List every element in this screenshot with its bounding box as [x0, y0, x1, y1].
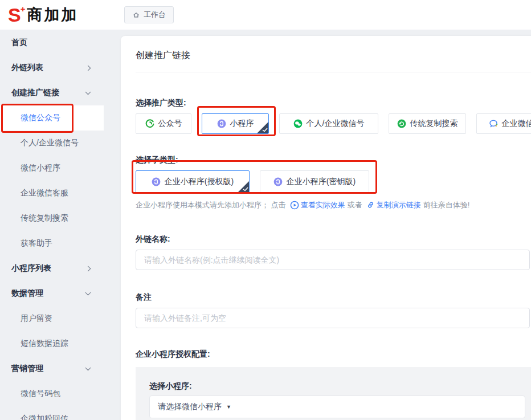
- promo-option-wecom-service[interactable]: 企业微信客服: [476, 113, 531, 134]
- promo-option-official-account[interactable]: 公众号: [136, 113, 191, 134]
- sidebar-item-label: 微信公众号: [21, 113, 60, 123]
- logo-plus-icon: +: [21, 5, 26, 13]
- link-name-label: 外链名称:: [136, 234, 531, 244]
- hint-text: 企业小程序使用本模式请先添加小程序； 点击: [136, 200, 286, 210]
- wecom-icon: [489, 119, 498, 128]
- sidebar-item-label: 微信小程序: [21, 163, 60, 173]
- topbar: S + 商加加 工作台: [0, 0, 531, 30]
- sidebar-item-personal-wechat[interactable]: 个人/企业微信号: [0, 131, 104, 156]
- view-demo-label: 查看实际效果: [301, 200, 345, 210]
- view-demo-link[interactable]: 查看实际效果: [290, 200, 345, 210]
- page-title: 创建推广链接: [136, 36, 531, 72]
- promo-option-label: 个人/企业微信号: [307, 119, 365, 129]
- miniprogram-icon: [217, 119, 226, 128]
- promo-type-options: 公众号 小程序: [136, 113, 531, 134]
- play-circle-icon: [290, 201, 299, 210]
- promo-option-label: 小程序: [230, 119, 254, 129]
- sidebar-item-label: 传统复制搜索: [21, 213, 68, 223]
- sidebar-item-label: 获客助手: [21, 238, 52, 248]
- sidebar-item-label: 创建推广链接: [11, 88, 59, 98]
- create-link-card: 创建推广链接 选择推广类型: 公众号: [121, 36, 531, 420]
- page: S + 商加加 工作台 首页 外链列表 创建推广链接 微: [0, 0, 531, 420]
- sidebar-item-label: 小程序列表: [11, 263, 51, 274]
- brand-name: 商加加: [27, 5, 78, 25]
- sidebar-item-label: 营销管理: [11, 364, 43, 374]
- wechat-green-icon: [293, 119, 303, 128]
- sidebar-item-customer-helper[interactable]: 获客助手: [0, 231, 104, 256]
- sidebar-item-sms-tracking[interactable]: 短信数据追踪: [0, 331, 104, 356]
- wechat-official-icon: [145, 119, 154, 128]
- copy-demo-label: 复制演示链接: [377, 200, 421, 210]
- subtype-option-label: 企业小程序(授权版): [165, 177, 234, 187]
- promo-option-personal-wechat[interactable]: 个人/企业微信号: [279, 113, 378, 134]
- chevron-down-icon: [85, 289, 91, 295]
- sub-type-label: 选择子类型:: [136, 154, 531, 165]
- tab-workbench-label: 工作台: [144, 10, 166, 20]
- sidebar-item-label: 企微加粉回传: [21, 414, 68, 420]
- main-content: 创建推广链接 选择推广类型: 公众号: [104, 30, 531, 420]
- sidebar-item-marketing[interactable]: 营销管理: [0, 356, 104, 381]
- sidebar-item-wechat-official[interactable]: 微信公众号: [0, 105, 104, 131]
- copy-search-icon: [397, 119, 406, 128]
- sidebar-item-miniprogram[interactable]: 微信小程序: [0, 156, 104, 181]
- promo-option-miniprogram[interactable]: 小程序: [202, 113, 269, 134]
- sidebar-item-user-leads[interactable]: 用户留资: [0, 306, 104, 331]
- sidebar-item-label: 数据管理: [11, 288, 43, 299]
- promo-option-label: 传统复制搜索: [410, 119, 458, 129]
- select-miniprogram-label: 选择小程序:: [149, 381, 531, 391]
- subtype-hint: 企业小程序使用本模式请先添加小程序； 点击 查看实际效果 或者: [136, 200, 531, 210]
- sidebar-item-label: 个人/企业微信号: [21, 138, 79, 148]
- sidebar: 首页 外链列表 创建推广链接 微信公众号 个人/企业微信号 微信小程序 企业微信…: [0, 30, 104, 420]
- chevron-right-icon: [85, 65, 91, 71]
- miniprogram-select-value: 请选择微信小程序: [158, 402, 222, 412]
- sidebar-item-label: 用户留资: [21, 313, 52, 324]
- auth-config-panel: 选择小程序: 请选择微信小程序 ▼: [136, 367, 531, 420]
- miniprogram-select[interactable]: 请选择微信小程序 ▼: [149, 395, 525, 418]
- auth-config-label: 企业小程序授权配置:: [136, 349, 531, 359]
- subtype-option-authorized[interactable]: 企业小程序(授权版): [136, 170, 250, 193]
- sidebar-item-link-list[interactable]: 外链列表: [0, 55, 104, 80]
- sub-type-options: 企业小程序(授权版) 企业小程序(密钥版): [136, 170, 531, 193]
- sidebar-item-copy-search[interactable]: 传统复制搜索: [0, 206, 104, 231]
- promo-type-label: 选择推广类型:: [136, 97, 531, 108]
- chevron-down-icon: [85, 365, 91, 370]
- sidebar-item-create-link[interactable]: 创建推广链接: [0, 80, 104, 105]
- link-name-input[interactable]: [136, 250, 530, 270]
- miniprogram-icon: [273, 177, 283, 186]
- sidebar-item-wecom-fans-callback[interactable]: 企微加粉回传: [0, 406, 104, 420]
- sidebar-item-label: 首页: [11, 38, 27, 48]
- remark-label: 备注: [136, 292, 531, 302]
- subtype-option-secret-key[interactable]: 企业小程序(密钥版): [260, 170, 369, 193]
- promo-option-label: 公众号: [158, 119, 182, 129]
- chevron-down-icon: [85, 89, 91, 95]
- hint-text: 或者: [348, 200, 362, 210]
- copy-demo-link[interactable]: 复制演示链接: [366, 200, 421, 210]
- sidebar-item-wecom-service[interactable]: 企业微信客服: [0, 181, 104, 206]
- home-icon: [132, 11, 140, 19]
- sidebar-item-label: 企业微信客服: [21, 188, 68, 198]
- remark-input[interactable]: [136, 308, 530, 328]
- sidebar-item-label: 微信号码包: [21, 389, 60, 399]
- sidebar-item-label: 外链列表: [11, 63, 43, 73]
- sidebar-item-label: 短信数据追踪: [21, 339, 68, 349]
- sidebar-item-miniprogram-list[interactable]: 小程序列表: [0, 256, 104, 281]
- promo-option-copy-search[interactable]: 传统复制搜索: [389, 113, 466, 134]
- link-icon: [366, 201, 375, 209]
- sidebar-item-home[interactable]: 首页: [0, 30, 104, 55]
- chevron-right-icon: [85, 266, 91, 271]
- logo-letter: S: [8, 5, 21, 25]
- sidebar-item-number-pack[interactable]: 微信号码包: [0, 381, 104, 406]
- hint-text: 前往亲自体验!: [423, 200, 470, 210]
- dropdown-arrow-icon: ▼: [226, 404, 231, 410]
- selected-check-icon: [257, 122, 268, 133]
- sidebar-item-data-management[interactable]: 数据管理: [0, 281, 104, 306]
- brand-logo: S + 商加加: [0, 5, 104, 25]
- subtype-option-label: 企业小程序(密钥版): [287, 177, 356, 187]
- miniprogram-icon: [152, 177, 161, 186]
- tab-workbench[interactable]: 工作台: [124, 6, 174, 23]
- promo-option-label: 企业微信客服: [502, 119, 531, 129]
- selected-check-icon: [238, 181, 249, 193]
